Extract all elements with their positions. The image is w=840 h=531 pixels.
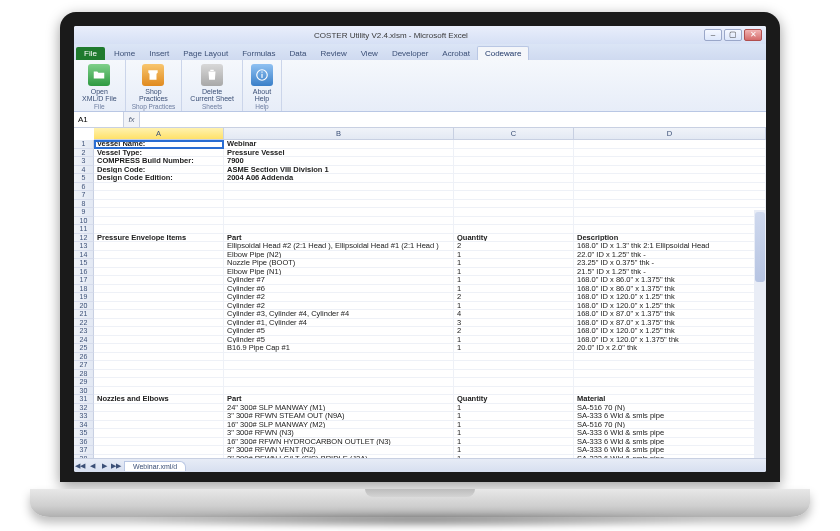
row-header[interactable]: 28 (74, 370, 94, 379)
cell-b-5[interactable]: 2004 A06 Addenda (224, 174, 454, 183)
cell-c-6[interactable] (454, 183, 574, 192)
cell-d-13[interactable]: 168.0" ID x 1.3" thk 2:1 Ellipsoidal Hea… (574, 242, 766, 251)
cell-a-22[interactable] (94, 319, 224, 328)
cell-b-18[interactable]: Cylinder #6 (224, 285, 454, 294)
cell-c-4[interactable] (454, 166, 574, 175)
cell-c-20[interactable]: 1 (454, 302, 574, 311)
row-header[interactable]: 2 (74, 149, 94, 158)
cell-d-30[interactable] (574, 387, 766, 396)
cell-a-35[interactable] (94, 429, 224, 438)
cell-a-6[interactable] (94, 183, 224, 192)
cell-c-31[interactable]: Quantity (454, 395, 574, 404)
ribbon-tab-developer[interactable]: Developer (385, 47, 435, 60)
cell-a-31[interactable]: Nozzles and Elbows (94, 395, 224, 404)
column-header-d[interactable]: D (574, 128, 766, 140)
cell-b-27[interactable] (224, 361, 454, 370)
row-header[interactable]: 17 (74, 276, 94, 285)
ribbon-file-tab[interactable]: File (76, 47, 105, 60)
cell-d-20[interactable]: 168.0" ID x 120.0" x 1.25" thk (574, 302, 766, 311)
cell-c-30[interactable] (454, 387, 574, 396)
cell-c-8[interactable] (454, 200, 574, 209)
cell-c-32[interactable]: 1 (454, 404, 574, 413)
cell-b-10[interactable] (224, 217, 454, 226)
ribbon-tab-insert[interactable]: Insert (142, 47, 176, 60)
cell-a-3[interactable]: COMPRESS Build Number: (94, 157, 224, 166)
cell-a-37[interactable] (94, 446, 224, 455)
sheet-nav-button-3[interactable]: ▶▶ (110, 460, 122, 472)
cell-d-27[interactable] (574, 361, 766, 370)
row-header[interactable]: 13 (74, 242, 94, 251)
cell-c-7[interactable] (454, 191, 574, 200)
ribbon-tab-page-layout[interactable]: Page Layout (176, 47, 235, 60)
cell-c-29[interactable] (454, 378, 574, 387)
row-header[interactable]: 1 (74, 140, 94, 149)
cell-a-13[interactable] (94, 242, 224, 251)
cell-b-16[interactable]: Elbow Pipe (N1) (224, 268, 454, 277)
row-header[interactable]: 22 (74, 319, 94, 328)
column-header-a[interactable]: A (94, 128, 224, 140)
row-header[interactable]: 23 (74, 327, 94, 336)
cell-b-36[interactable]: 16" 300# RFWN HYDROCARBON OUTLET (N3) (224, 438, 454, 447)
row-header[interactable]: 25 (74, 344, 94, 353)
cell-d-29[interactable] (574, 378, 766, 387)
vertical-scrollbar-thumb[interactable] (755, 212, 765, 282)
cell-a-16[interactable] (94, 268, 224, 277)
cell-a-19[interactable] (94, 293, 224, 302)
ribbon-button-open-file[interactable]: OpenXML/D File (80, 63, 119, 103)
cell-b-13[interactable]: Ellipsoidal Head #2 (2:1 Head ), Ellipso… (224, 242, 454, 251)
cell-c-2[interactable] (454, 149, 574, 158)
ribbon-button-delete[interactable]: DeleteCurrent Sheet (188, 63, 236, 103)
row-header[interactable]: 5 (74, 174, 94, 183)
cell-b-19[interactable]: Cylinder #2 (224, 293, 454, 302)
cell-b-37[interactable]: 8" 300# RFWN VENT (N2) (224, 446, 454, 455)
cell-c-11[interactable] (454, 225, 574, 234)
cell-d-24[interactable]: 168.0" ID x 120.0" x 1.375" thk (574, 336, 766, 345)
cell-c-14[interactable]: 1 (454, 251, 574, 260)
column-header-b[interactable]: B (224, 128, 454, 140)
name-box[interactable]: A1 (74, 112, 124, 127)
cell-d-14[interactable]: 22.0" ID x 1.25" thk - (574, 251, 766, 260)
cell-c-9[interactable] (454, 208, 574, 217)
row-header[interactable]: 30 (74, 387, 94, 396)
cell-a-9[interactable] (94, 208, 224, 217)
row-header[interactable]: 21 (74, 310, 94, 319)
ribbon-tab-codeware[interactable]: Codeware (477, 46, 529, 60)
cell-d-37[interactable]: SA-333 6 Wld & smls pipe (574, 446, 766, 455)
cell-c-25[interactable]: 1 (454, 344, 574, 353)
cell-a-10[interactable] (94, 217, 224, 226)
cell-d-17[interactable]: 168.0" ID x 86.0" x 1.375" thk (574, 276, 766, 285)
row-header[interactable]: 33 (74, 412, 94, 421)
worksheet-area[interactable]: A B C D 12345678910111213141516171819202… (74, 128, 766, 458)
row-header[interactable]: 26 (74, 353, 94, 362)
cell-b-14[interactable]: Elbow Pipe (N2) (224, 251, 454, 260)
cell-d-15[interactable]: 23.25" ID x 0.375" thk - (574, 259, 766, 268)
cell-d-9[interactable] (574, 208, 766, 217)
cell-c-27[interactable] (454, 361, 574, 370)
cell-b-3[interactable]: 7900 (224, 157, 454, 166)
cell-grid[interactable]: Vessel Name:WebinarVessel Type:Pressure … (94, 140, 766, 458)
cell-b-38[interactable]: 2" 300# RFWN LG/LT (SIS) BRIDLE (J2A) (224, 455, 454, 459)
row-header[interactable]: 12 (74, 234, 94, 243)
cell-c-38[interactable]: 1 (454, 455, 574, 459)
sheet-nav-button-2[interactable]: ▶ (98, 460, 110, 472)
row-header[interactable]: 20 (74, 302, 94, 311)
cell-b-35[interactable]: 3" 300# RFWN (N3) (224, 429, 454, 438)
cell-a-23[interactable] (94, 327, 224, 336)
cell-d-21[interactable]: 168.0" ID x 87.0" x 1.375" thk (574, 310, 766, 319)
row-header[interactable]: 29 (74, 378, 94, 387)
row-header[interactable]: 10 (74, 217, 94, 226)
cell-a-17[interactable] (94, 276, 224, 285)
cell-b-1[interactable]: Webinar (224, 140, 454, 149)
cell-d-34[interactable]: SA-516 70 (N) (574, 421, 766, 430)
cell-a-1[interactable]: Vessel Name: (94, 140, 224, 149)
row-header[interactable]: 31 (74, 395, 94, 404)
row-header[interactable]: 14 (74, 251, 94, 260)
ribbon-tab-view[interactable]: View (354, 47, 385, 60)
cell-b-11[interactable] (224, 225, 454, 234)
ribbon-button-info[interactable]: AboutHelp (249, 63, 275, 103)
cell-a-18[interactable] (94, 285, 224, 294)
cell-d-28[interactable] (574, 370, 766, 379)
cell-a-21[interactable] (94, 310, 224, 319)
sheet-tab[interactable]: Webinar.xml/d (124, 461, 186, 471)
cell-c-37[interactable]: 1 (454, 446, 574, 455)
